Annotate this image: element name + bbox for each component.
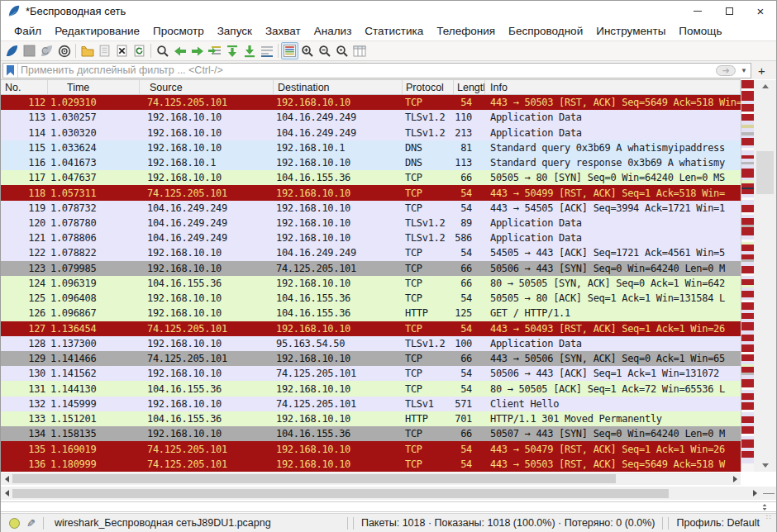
packet-row[interactable]: 1181.05731174.125.205.101192.168.10.10TC… [1, 185, 741, 200]
go-top-button[interactable] [223, 42, 241, 59]
column-header-len[interactable]: Length [454, 80, 485, 94]
capture-options-button[interactable] [55, 42, 73, 59]
display-filter-field[interactable]: ➜ ▼ [2, 63, 751, 78]
scroll-right-button[interactable] [729, 473, 741, 485]
zoom-reset-button[interactable] [333, 42, 350, 59]
packet-row[interactable]: 1271.13645474.125.205.101192.168.10.10TC… [1, 321, 741, 336]
packet-row[interactable]: 1141.030320192.168.10.10104.16.249.249TL… [1, 125, 741, 140]
scroll-left-button[interactable] [1, 473, 12, 485]
packet-list-hscrollbar[interactable] [1, 473, 741, 485]
packet-row[interactable]: 1211.078806104.16.249.249192.168.10.10TL… [1, 230, 741, 245]
column-header-proto[interactable]: Protocol [403, 80, 454, 94]
menu-item-3[interactable]: Запуск [211, 23, 259, 40]
packet-row[interactable]: 1301.141562192.168.10.1074.125.205.101TC… [1, 366, 741, 381]
minimap-stripe [741, 138, 754, 145]
zoom-out-button[interactable] [316, 42, 333, 59]
filter-bookmark-button[interactable] [3, 64, 18, 78]
cell-info: 80 → 50505 [SYN, ACK] Seq=0 Ack=1 Win=64… [485, 276, 741, 291]
menu-item-0[interactable]: Файл [7, 23, 48, 40]
packet-row[interactable]: 1231.079985192.168.10.1074.125.205.101TC… [1, 261, 741, 276]
start-capture-button[interactable] [3, 42, 21, 59]
stop-capture-button[interactable] [21, 42, 38, 59]
scroll-right-button[interactable] [749, 487, 760, 500]
packet-row[interactable]: 1161.041673192.168.10.1192.168.10.10DNS1… [1, 155, 741, 170]
v-scrollbar-thumb[interactable] [756, 151, 774, 194]
chevron-down-icon [763, 508, 767, 511]
packet-row[interactable]: 1151.033624192.168.10.10192.168.10.1DNS8… [1, 140, 741, 155]
packet-minimap[interactable] [741, 80, 754, 472]
go-back-button[interactable] [171, 42, 188, 59]
apply-filter-button[interactable]: ➜ [716, 65, 736, 76]
go-bottom-button[interactable] [241, 42, 258, 59]
packet-row[interactable]: 1361.18099974.125.205.101192.168.10.10TC… [1, 457, 741, 472]
packet-row[interactable]: 1171.047637192.168.10.10104.16.155.36TCP… [1, 170, 741, 185]
cell-len: 213 [454, 125, 485, 140]
resize-grip[interactable]: ∷ [766, 515, 775, 530]
packet-row[interactable]: 1311.144130104.16.155.36192.168.10.10TCP… [1, 381, 741, 396]
menu-item-2[interactable]: Просмотр [146, 23, 211, 40]
scroll-down-button[interactable] [754, 459, 776, 472]
packet-row[interactable]: 1351.16901974.125.205.101192.168.10.10TC… [1, 441, 741, 456]
column-header-dst[interactable]: Destination [274, 80, 403, 94]
go-forward-button[interactable] [188, 42, 206, 59]
lower-hscrollbar[interactable] [1, 487, 760, 500]
auto-scroll-button[interactable] [258, 42, 275, 59]
packet-row[interactable]: 1321.145999192.168.10.1074.125.205.101TL… [1, 397, 741, 411]
zoom-in-button[interactable] [298, 42, 316, 59]
capture-comment-icon[interactable]: ✎ [26, 517, 36, 530]
status-profile[interactable]: Профиль: Default [671, 517, 766, 529]
menu-item-9[interactable]: Инструменты [589, 23, 672, 40]
minimap-stripe [741, 313, 754, 319]
scroll-up-button[interactable] [754, 80, 776, 93]
column-header-src[interactable]: Source [140, 80, 274, 94]
packet-row[interactable]: 1221.078822192.168.10.10104.16.249.249TC… [1, 245, 741, 260]
packet-row[interactable]: 1341.158135192.168.10.10104.16.155.36TCP… [1, 426, 741, 441]
packet-row[interactable]: 1201.078780104.16.249.249192.168.10.10TL… [1, 216, 741, 230]
colorize-button[interactable] [281, 42, 298, 59]
reload-file-button[interactable] [131, 42, 148, 59]
packet-row[interactable]: 1281.137300192.168.10.1095.163.54.50TLSv… [1, 336, 741, 351]
maximize-button[interactable] [713, 1, 745, 21]
find-packet-button[interactable] [154, 42, 171, 59]
menu-item-5[interactable]: Анализ [307, 23, 359, 40]
expert-info-icon[interactable] [9, 518, 20, 529]
packet-row[interactable]: 1291.14146674.125.205.101192.168.10.10TC… [1, 351, 741, 366]
close-button[interactable]: × [745, 1, 776, 21]
status-filename[interactable]: wireshark_Беспроводная сетьJ89DU1.pcapng [55, 517, 271, 529]
packet-row[interactable]: 1131.030257192.168.10.10104.16.249.249TL… [1, 110, 741, 125]
h-scrollbar-thumb[interactable] [12, 489, 669, 498]
add-filter-button[interactable]: + [751, 64, 770, 78]
packet-row[interactable]: 1121.02931074.125.205.101192.168.10.10TC… [1, 95, 741, 110]
pane-spinner[interactable] [761, 503, 768, 511]
vertical-scrollbar[interactable] [754, 80, 776, 472]
display-filter-input[interactable] [18, 64, 716, 77]
column-header-time[interactable]: Time [48, 80, 140, 94]
minimize-button[interactable] [682, 1, 713, 21]
menu-item-8[interactable]: Беспроводной [502, 23, 589, 40]
packet-row[interactable]: 1331.151201104.16.155.36192.168.10.10HTT… [1, 411, 741, 426]
menu-item-4[interactable]: Захват [259, 23, 307, 40]
h-scrollbar-thumb[interactable] [12, 474, 616, 483]
column-header-no[interactable]: No. [1, 80, 48, 94]
find-packet-icon [156, 45, 169, 58]
close-file-button[interactable] [113, 42, 131, 59]
packet-row[interactable]: 1261.096867192.168.10.10104.16.155.36HTT… [1, 306, 741, 321]
packet-row[interactable]: 1251.096408192.168.10.10104.16.155.36TCP… [1, 291, 741, 306]
cell-info: Application Data [485, 125, 741, 140]
menu-item-6[interactable]: Статистика [358, 23, 430, 40]
open-file-button[interactable] [79, 42, 96, 59]
filter-dropdown-caret[interactable]: ▼ [737, 67, 751, 74]
restart-capture-button[interactable] [38, 42, 55, 59]
go-to-packet-button[interactable] [206, 42, 223, 59]
menu-item-7[interactable]: Телефония [430, 23, 502, 40]
menu-item-10[interactable]: Помощь [672, 23, 728, 40]
scroll-left-button[interactable] [1, 487, 12, 500]
pane-splitter-handle[interactable] [760, 487, 776, 500]
menu-item-1[interactable]: Редактирование [48, 23, 146, 40]
close-icon: × [757, 5, 765, 17]
column-header-info[interactable]: Info [485, 80, 741, 94]
resize-columns-button[interactable] [350, 42, 368, 59]
packet-row[interactable]: 1191.078732104.16.249.249192.168.10.10TC… [1, 201, 741, 216]
packet-row[interactable]: 1241.096319104.16.155.36192.168.10.10TCP… [1, 276, 741, 291]
save-file-button[interactable] [96, 42, 113, 59]
